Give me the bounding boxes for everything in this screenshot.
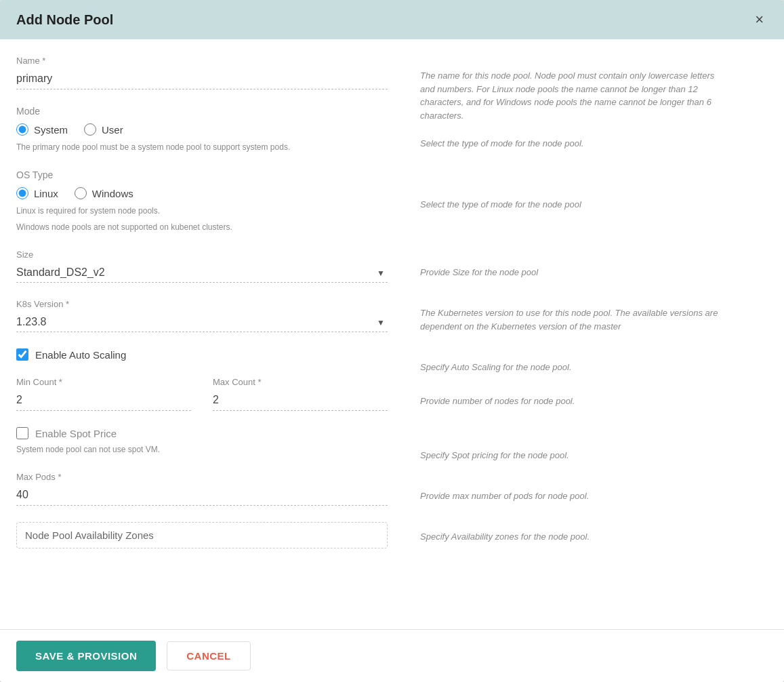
save-provision-button[interactable]: SAVE & PROVISION	[16, 641, 156, 671]
autoscaling-checkbox-label[interactable]: Enable Auto Scaling	[16, 348, 388, 361]
min-count-label: Min Count *	[16, 377, 191, 387]
max-pods-help-row: Provide max number of pods for node pool…	[420, 479, 721, 519]
size-select-wrapper: Standard_DS2_v2 ▼	[16, 264, 388, 283]
k8s-version-field-group: K8s Version * 1.23.8 ▼	[16, 299, 388, 332]
autoscaling-help-row: Specify Auto Scaling for the node pool.	[420, 350, 721, 384]
spot-price-label: Enable Spot Price	[35, 428, 117, 439]
form-column: Name * Mode System User The primary node	[16, 56, 409, 629]
max-pods-field-group: Max Pods *	[16, 472, 388, 506]
az-help-row: Specify Availability zones for the node …	[420, 519, 721, 553]
modal-body: Name * Mode System User The primary node	[0, 39, 784, 629]
os-windows-option[interactable]: Windows	[75, 187, 133, 199]
mode-user-label: User	[102, 124, 123, 136]
mode-radio-group: System User	[16, 123, 388, 136]
size-label: Size	[16, 249, 388, 260]
name-help-row: The name for this node pool. Node pool m…	[420, 58, 721, 126]
spot-price-checkbox[interactable]	[16, 427, 28, 439]
os-radio-group: Linux Windows	[16, 187, 388, 199]
mode-field-group: Mode System User The primary node pool m…	[16, 106, 388, 153]
autoscaling-help-text: Specify Auto Scaling for the node pool.	[420, 361, 572, 374]
size-select[interactable]: Standard_DS2_v2	[16, 264, 388, 282]
mode-hint: The primary node pool must be a system n…	[16, 141, 388, 153]
name-field-group: Name *	[16, 56, 388, 89]
os-linux-option[interactable]: Linux	[16, 187, 58, 199]
mode-user-radio[interactable]	[84, 123, 96, 136]
k8s-version-select-wrapper: 1.23.8 ▼	[16, 313, 388, 332]
modal-header: Add Node Pool ×	[0, 0, 784, 39]
mode-system-option[interactable]: System	[16, 123, 68, 136]
os-type-field-group: OS Type Linux Windows Linux is required …	[16, 169, 388, 233]
os-linux-label: Linux	[34, 188, 58, 199]
k8s-version-label: K8s Version *	[16, 299, 388, 309]
max-count-label: Max Count *	[213, 377, 388, 387]
size-field-group: Size Standard_DS2_v2 ▼	[16, 249, 388, 283]
add-node-pool-modal: Add Node Pool × Name * Mode System	[0, 0, 784, 682]
availability-zones-label: Node Pool Availability Zones	[25, 529, 154, 541]
max-count-field: Max Count *	[213, 377, 388, 411]
size-help-row: Provide Size for the node pool	[420, 255, 721, 296]
min-count-input[interactable]	[16, 391, 191, 411]
spot-help-text: Specify Spot pricing for the node pool.	[420, 449, 569, 462]
k8s-version-select[interactable]: 1.23.8	[16, 313, 388, 332]
spot-price-hint: System node pool can not use spot VM.	[16, 443, 388, 456]
os-help-row: Select the type of mode for the node poo…	[420, 187, 721, 255]
os-hint-line2: Windows node pools are not supported on …	[16, 221, 388, 233]
name-input[interactable]	[16, 70, 388, 89]
close-button[interactable]: ×	[751, 11, 768, 28]
name-label: Name *	[16, 56, 388, 66]
os-help-text: Select the type of mode for the node poo…	[420, 198, 581, 212]
os-windows-radio[interactable]	[75, 187, 87, 199]
max-pods-label: Max Pods *	[16, 472, 388, 482]
count-field-group: Min Count * Max Count *	[16, 377, 388, 411]
k8s-help-row: The Kubernetes version to use for this n…	[420, 296, 721, 350]
autoscaling-field-group: Enable Auto Scaling	[16, 348, 388, 361]
max-count-input[interactable]	[213, 391, 388, 411]
autoscaling-label: Enable Auto Scaling	[35, 349, 126, 361]
mode-user-option[interactable]: User	[84, 123, 123, 136]
autoscaling-checkbox[interactable]	[16, 348, 28, 361]
modal-title: Add Node Pool	[16, 12, 113, 28]
spot-price-checkbox-label[interactable]: Enable Spot Price	[16, 427, 388, 439]
count-help-row: Provide number of nodes for node pool.	[420, 384, 721, 438]
availability-zones-field-group: Node Pool Availability Zones	[16, 522, 388, 548]
spot-price-field-group: Enable Spot Price System node pool can n…	[16, 427, 388, 456]
mode-label: Mode	[16, 106, 388, 117]
size-help-text: Provide Size for the node pool	[420, 266, 538, 279]
az-help-text: Specify Availability zones for the node …	[420, 530, 590, 544]
min-count-field: Min Count *	[16, 377, 191, 411]
mode-help-text: Select the type of mode for the node poo…	[420, 137, 583, 151]
modal-footer: SAVE & PROVISION CANCEL	[0, 629, 784, 682]
availability-zones-section: Node Pool Availability Zones	[16, 522, 388, 548]
inline-count-fields: Min Count * Max Count *	[16, 377, 388, 411]
name-help-text: The name for this node pool. Node pool m…	[420, 69, 721, 122]
max-pods-help-text: Provide max number of pods for node pool…	[420, 489, 589, 503]
mode-help-row: Select the type of mode for the node poo…	[420, 126, 721, 187]
os-linux-radio[interactable]	[16, 187, 28, 199]
help-column: The name for this node pool. Node pool m…	[409, 56, 721, 629]
count-help-text: Provide number of nodes for node pool.	[420, 395, 575, 408]
mode-system-radio[interactable]	[16, 123, 28, 136]
os-windows-label: Windows	[92, 188, 133, 199]
mode-system-label: System	[34, 124, 68, 136]
k8s-help-text: The Kubernetes version to use for this n…	[420, 306, 721, 333]
max-pods-input[interactable]	[16, 486, 388, 506]
spot-help-row: Specify Spot pricing for the node pool.	[420, 438, 721, 479]
os-hint-line1: Linux is required for system node pools.	[16, 205, 388, 217]
cancel-button[interactable]: CANCEL	[167, 641, 251, 670]
os-type-label: OS Type	[16, 169, 388, 180]
